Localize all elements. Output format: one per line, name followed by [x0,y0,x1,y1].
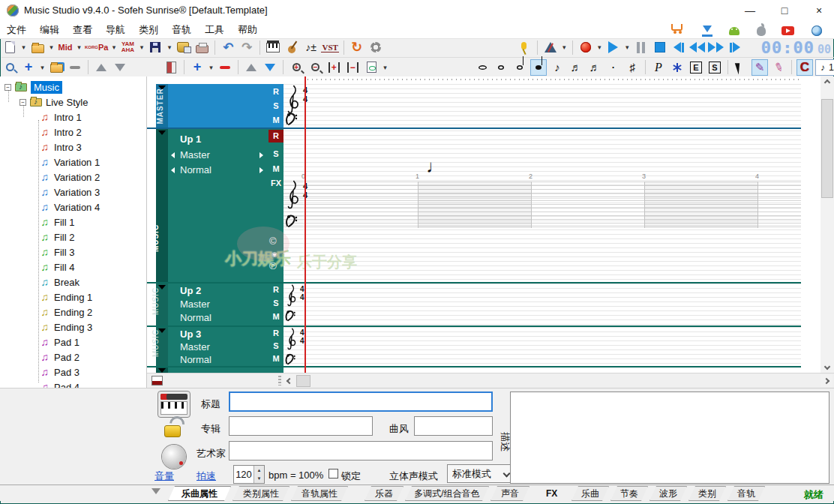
android-icon[interactable] [728,24,741,36]
tree-item-variation-2[interactable]: ♫Variation 2 [39,170,100,184]
master-solo-button[interactable]: S [268,101,284,110]
tree-item-ending-1[interactable]: ♫Ending 1 [39,290,92,304]
move-up-button[interactable] [93,59,110,76]
symbol-button[interactable]: S [706,59,723,76]
vst-plugins-button[interactable]: VST [321,39,338,56]
scroll-right-arrow[interactable] [820,375,832,387]
piano-keyboard-button[interactable] [265,39,281,56]
tree-item-variation-4[interactable]: ♫Variation 4 [39,200,100,214]
half-note-button[interactable] [512,59,528,76]
scroll-down-arrow[interactable] [820,361,834,373]
up1-mute-button[interactable]: M [268,164,284,173]
splitter-handle[interactable] [278,376,281,386]
collapse-track-icon[interactable] [158,130,166,135]
partial-track-strip[interactable] [156,368,168,373]
sharp-button[interactable]: ♯ [624,59,640,76]
export-audio-button[interactable] [175,39,191,56]
zoom-out-button[interactable]: − [307,59,323,76]
thirtysecond-note-button[interactable]: ♬ [586,59,603,76]
up2-track-strip[interactable]: MUSIC [156,284,168,326]
tree-item-fill-1[interactable]: ♫Fill 1 [39,214,74,230]
up2-solo-button[interactable]: S [268,298,284,308]
korg-pa-import-button[interactable]: KORGPa [85,39,108,56]
next-mode-arrow-icon[interactable] [260,167,263,173]
tree-item-variation-3[interactable]: ♫Variation 3 [39,184,100,200]
refresh-button[interactable] [349,39,365,56]
undo-button[interactable] [220,39,236,56]
master-track-header[interactable] [168,84,284,128]
tree-item-pad-2[interactable]: ♫Pad 2 [39,350,80,364]
tab-category[interactable]: 类别 [688,486,726,501]
up3-track-header[interactable]: Up 3 Master Normal [168,327,284,366]
tempo-spinner[interactable]: 120 ▲▼ [233,465,265,484]
apple-icon[interactable] [754,24,768,36]
tab-track[interactable]: 音轨 [728,486,765,501]
vertical-scroll-thumb[interactable] [821,99,833,198]
up3-source-label[interactable]: Master [180,341,210,352]
menu-category[interactable]: 类别 [132,22,165,38]
globe-icon[interactable] [810,24,824,36]
collapse-expander-icon[interactable]: − [20,99,26,106]
tab-song-properties[interactable]: 乐曲属性 [168,486,231,501]
mid-import-button[interactable]: Mid [57,39,74,56]
pause-button[interactable] [633,39,650,56]
up3-mute-button[interactable]: M [268,354,284,363]
tree-item-live-style[interactable]: − Live Style [20,94,88,110]
master-track-strip[interactable]: MASTER [156,84,168,128]
metronome-dropdown[interactable] [561,39,568,56]
tree-item-intro-2[interactable]: ♫Intro 2 [39,124,82,140]
quarter-note-glyph[interactable]: ♩ [426,156,444,177]
snap-magnet-button[interactable]: C [796,59,813,76]
up1-fx-button[interactable]: FX [268,178,284,188]
up2-staff-canvas[interactable] [284,284,801,326]
metronome-button[interactable] [542,39,559,56]
transpose-note-button[interactable]: ♪± [302,39,319,56]
stop-button[interactable] [652,39,668,56]
find-button[interactable] [2,59,18,76]
volume-knob-icon[interactable] [162,445,186,469]
up2-source-label[interactable]: Master [180,298,210,310]
tree-item-fill-2[interactable]: ♫Fill 2 [39,230,74,244]
tempo-up-button[interactable]: ▲ [254,466,264,475]
tree-item-intro-3[interactable]: ♫Intro 3 [39,140,82,154]
tab-waveform[interactable]: 波形 [650,486,687,501]
up2-mute-button[interactable]: M [268,312,284,321]
prev-mode-arrow-icon[interactable] [171,167,175,173]
up2-record-button[interactable]: R [268,285,284,294]
select-cursor-button[interactable] [733,59,749,76]
tree-item-ending-2[interactable]: ♫Ending 2 [39,304,92,320]
menu-file[interactable]: 文件 [0,22,33,38]
horizontal-scroll-thumb[interactable] [296,375,310,387]
prev-source-arrow-icon[interactable] [171,152,175,158]
open-file-dropdown[interactable] [48,39,55,56]
menu-edit[interactable]: 编辑 [33,22,66,38]
fast-forward-button[interactable] [708,39,724,56]
tree-item-intro-1[interactable]: ♫Intro 1 [39,110,82,124]
tab-instrument[interactable]: 乐器 [364,486,404,501]
add-measure-button[interactable]: + [189,59,206,76]
collapse-grid-button[interactable]: − [344,59,361,76]
minimize-button[interactable]: — [739,3,761,18]
next-source-arrow-icon[interactable] [260,152,263,158]
scroll-left-arrow[interactable] [284,375,296,387]
yamaha-import-button[interactable]: YAMAHA [119,39,136,56]
up1-record-button-active[interactable]: R [268,130,284,142]
up3-solo-button[interactable]: S [268,341,284,350]
tempo-down-button[interactable]: ▼ [254,475,264,484]
artist-input[interactable] [229,441,493,460]
add-measure-dropdown[interactable] [208,59,214,76]
stereo-mode-select[interactable]: 标准模式 [447,464,514,483]
shop-cart-icon[interactable] [670,24,683,36]
lock-checkbox[interactable] [328,469,338,478]
play-button[interactable] [605,39,622,56]
tab-list-dropdown[interactable] [152,488,160,494]
cluster-button[interactable] [669,59,686,76]
partial-track-header[interactable] [168,368,284,373]
add-item-button[interactable]: + [20,59,37,76]
tree-item-pad-4[interactable]: ♫Pad 4 [39,380,80,388]
menu-help[interactable]: 帮助 [231,22,264,38]
expression-button[interactable]: E [688,59,704,76]
guitar-button[interactable] [284,39,300,56]
tab-sound[interactable]: 声音 [490,486,530,501]
open-file-button[interactable] [29,39,46,56]
